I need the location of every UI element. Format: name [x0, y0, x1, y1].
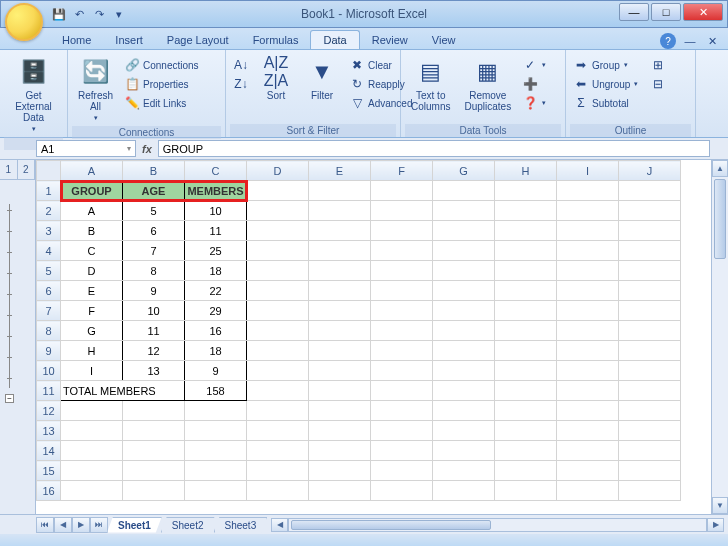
cell[interactable]: 11 [123, 321, 185, 341]
tab-review[interactable]: Review [360, 31, 420, 49]
maximize-button[interactable]: □ [651, 3, 681, 21]
text-to-columns-button[interactable]: ▤ Text to Columns [405, 52, 456, 116]
scroll-thumb[interactable] [714, 179, 726, 259]
col-header[interactable]: E [309, 161, 371, 181]
sheet-tab-3[interactable]: Sheet3 [214, 517, 268, 533]
edit-links-button[interactable]: ✏️Edit Links [121, 94, 202, 112]
col-header[interactable]: G [433, 161, 495, 181]
sort-asc-button[interactable]: A↓ [230, 56, 252, 74]
help-icon[interactable]: ? [660, 33, 676, 49]
row-header[interactable]: 1 [37, 181, 61, 201]
row-header[interactable]: 3 [37, 221, 61, 241]
select-all-corner[interactable] [37, 161, 61, 181]
row-header[interactable]: 14 [37, 441, 61, 461]
row-header[interactable]: 12 [37, 401, 61, 421]
col-header[interactable]: A [61, 161, 123, 181]
cell[interactable]: I [61, 361, 123, 381]
cell[interactable]: 6 [123, 221, 185, 241]
cell[interactable]: B [61, 221, 123, 241]
row-header[interactable]: 7 [37, 301, 61, 321]
tab-home[interactable]: Home [50, 31, 103, 49]
cell[interactable]: 18 [185, 341, 247, 361]
properties-button[interactable]: 📋Properties [121, 75, 202, 93]
subtotal-button[interactable]: ΣSubtotal [570, 94, 641, 112]
col-header[interactable]: D [247, 161, 309, 181]
filter-button[interactable]: ▼ Filter [300, 52, 344, 105]
row-header[interactable]: 15 [37, 461, 61, 481]
scroll-right-button[interactable]: ▶ [707, 518, 724, 532]
cell[interactable]: 9 [185, 361, 247, 381]
remove-duplicates-button[interactable]: ▦ Remove Duplicates [458, 52, 517, 116]
cell[interactable]: AGE [123, 181, 185, 201]
cell[interactable]: 29 [185, 301, 247, 321]
cell[interactable]: G [61, 321, 123, 341]
group-button[interactable]: ➡Group▾ [570, 56, 641, 74]
consolidate-button[interactable]: ➕ [519, 75, 549, 93]
name-box[interactable]: A1▾ [36, 140, 136, 157]
row-header[interactable]: 6 [37, 281, 61, 301]
cell[interactable]: E [61, 281, 123, 301]
last-sheet-button[interactable]: ⏭ [90, 517, 108, 533]
col-header[interactable]: I [557, 161, 619, 181]
cell[interactable]: C [61, 241, 123, 261]
refresh-all-button[interactable]: 🔄 Refresh All ▾ [72, 52, 119, 126]
col-header[interactable]: J [619, 161, 681, 181]
data-validation-button[interactable]: ✓▾ [519, 56, 549, 74]
cell[interactable]: D [61, 261, 123, 281]
cell[interactable]: MEMBERS [185, 181, 247, 201]
cell[interactable]: H [61, 341, 123, 361]
next-sheet-button[interactable]: ▶ [72, 517, 90, 533]
cell[interactable]: F [61, 301, 123, 321]
tab-view[interactable]: View [420, 31, 468, 49]
qat-dropdown-icon[interactable]: ▾ [111, 6, 127, 22]
minimize-button[interactable]: — [619, 3, 649, 21]
sort-desc-button[interactable]: Z↓ [230, 75, 252, 93]
cell[interactable]: 7 [123, 241, 185, 261]
first-sheet-button[interactable]: ⏮ [36, 517, 54, 533]
fx-icon[interactable]: fx [142, 143, 152, 155]
undo-icon[interactable]: ↶ [71, 6, 87, 22]
row-header[interactable]: 13 [37, 421, 61, 441]
cell[interactable]: 16 [185, 321, 247, 341]
vertical-scrollbar[interactable]: ▲ ▼ [711, 160, 728, 514]
cell[interactable]: 5 [123, 201, 185, 221]
row-header[interactable]: 5 [37, 261, 61, 281]
cell[interactable]: TOTAL MEMBERS [61, 381, 185, 401]
scroll-up-button[interactable]: ▲ [712, 160, 728, 177]
outline-level-2[interactable]: 2 [18, 160, 36, 179]
outline-level-1[interactable]: 1 [0, 160, 18, 179]
tab-formulas[interactable]: Formulas [241, 31, 311, 49]
formula-bar[interactable]: GROUP [158, 140, 710, 157]
row-header[interactable]: 2 [37, 201, 61, 221]
redo-icon[interactable]: ↷ [91, 6, 107, 22]
cell[interactable]: 9 [123, 281, 185, 301]
minimize-ribbon-icon[interactable]: — [682, 33, 698, 49]
cell[interactable]: 8 [123, 261, 185, 281]
row-header[interactable]: 8 [37, 321, 61, 341]
tab-insert[interactable]: Insert [103, 31, 155, 49]
connections-button[interactable]: 🔗Connections [121, 56, 202, 74]
sort-button[interactable]: A|ZZ|A Sort [254, 52, 298, 105]
row-header[interactable]: 16 [37, 481, 61, 501]
row-header[interactable]: 4 [37, 241, 61, 261]
show-detail-button[interactable]: ⊞ [647, 56, 669, 74]
cell[interactable]: 18 [185, 261, 247, 281]
cell[interactable]: 25 [185, 241, 247, 261]
scroll-left-button[interactable]: ◀ [271, 518, 288, 532]
ungroup-button[interactable]: ⬅Ungroup▾ [570, 75, 641, 93]
cell[interactable]: 13 [123, 361, 185, 381]
horizontal-scrollbar[interactable]: ◀ ▶ [271, 518, 724, 532]
col-header[interactable]: H [495, 161, 557, 181]
close-workbook-icon[interactable]: ✕ [704, 33, 720, 49]
save-icon[interactable]: 💾 [51, 6, 67, 22]
col-header[interactable]: F [371, 161, 433, 181]
outline-collapse-button[interactable]: − [5, 394, 14, 403]
col-header[interactable]: B [123, 161, 185, 181]
cell[interactable]: 10 [123, 301, 185, 321]
whatif-button[interactable]: ❓▾ [519, 94, 549, 112]
cell[interactable]: GROUP [61, 181, 123, 201]
cell[interactable]: 22 [185, 281, 247, 301]
tab-page-layout[interactable]: Page Layout [155, 31, 241, 49]
hide-detail-button[interactable]: ⊟ [647, 75, 669, 93]
hscroll-thumb[interactable] [291, 520, 491, 530]
